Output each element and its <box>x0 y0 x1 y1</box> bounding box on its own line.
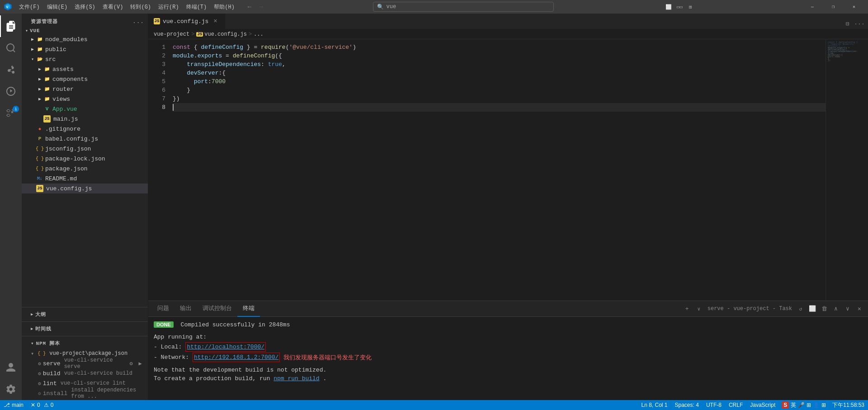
sidebar-header[interactable]: 资源管理器 ... <box>22 14 148 27</box>
tab-debug-console[interactable]: 调试控制台 <box>197 301 237 317</box>
menu-help[interactable]: 帮助(H) <box>210 1 238 13</box>
npm-serve[interactable]: ⚙ serve vue-cli-service serve ⚙ ▶ <box>22 358 148 368</box>
tree-item-main-js[interactable]: JS main.js <box>22 114 148 124</box>
account-icon[interactable] <box>0 357 22 378</box>
sidebar-more-action[interactable]: ... <box>134 17 142 25</box>
local-url[interactable]: http://localhost:7000/ <box>185 342 266 352</box>
code-editor[interactable]: const { defineConfig } = require ( '@vue… <box>171 39 826 301</box>
line-ending-status[interactable]: CRLF <box>725 400 746 410</box>
arrow-icon: ▶ <box>29 36 36 43</box>
arrow-spacer <box>36 105 43 113</box>
token: ( <box>286 43 289 52</box>
item-label: views <box>52 96 148 103</box>
menu-select[interactable]: 选择(S) <box>71 1 99 13</box>
tab-output[interactable]: 输出 <box>175 301 197 317</box>
settings-icon[interactable] <box>0 378 22 400</box>
main-layout: 资源管理器 ... ▾ VUE ▶ 📁 node_modules ▶ 📁 pub… <box>0 14 868 400</box>
tree-item-babel[interactable]: P babel.config.js <box>22 134 148 144</box>
tree-item-views[interactable]: ▶ 📁 views <box>22 94 148 104</box>
tree-item-router[interactable]: ▶ 📁 router <box>22 84 148 94</box>
terminal-kill-icon[interactable]: 🗑 <box>819 304 829 314</box>
language-status[interactable]: JavaScript <box>746 400 779 410</box>
search-input[interactable] <box>387 4 550 10</box>
ln-col-status[interactable]: Ln 8, Col 1 <box>637 400 671 410</box>
run-icon[interactable]: ▶ <box>136 359 144 368</box>
editor-split: 1 2 3 4 5 6 7 8 const { defineConfig <box>148 39 868 301</box>
js-icon: P <box>36 135 43 142</box>
token: } <box>187 86 190 94</box>
terminal-chevron-up[interactable]: ∧ <box>831 304 841 314</box>
tree-item-jsconfig[interactable]: { } jsconfig.json <box>22 144 148 154</box>
network-url[interactable]: http://192.168.1.2:7000/ <box>193 353 280 362</box>
tab-vue-config[interactable]: JS vue.config.js × <box>148 14 225 29</box>
forward-button[interactable]: → <box>256 2 266 12</box>
layout-button-2[interactable]: ▭▭ <box>675 2 684 12</box>
menu-file[interactable]: 文件(F) <box>15 1 43 13</box>
tree-item-src[interactable]: ▾ 📂 src <box>22 54 148 64</box>
terminal-refresh-icon[interactable]: ↺ <box>796 304 806 314</box>
terminal-close-icon[interactable]: ✕ <box>854 304 864 314</box>
tree-item-gitignore[interactable]: ◆ .gitignore <box>22 124 148 134</box>
git-status-item[interactable]: ⎇ main <box>0 400 27 410</box>
extensions-icon[interactable] <box>0 102 22 124</box>
timeline-header[interactable]: ▶ 时间线 <box>22 324 148 334</box>
more-tabs-icon[interactable]: ··· <box>854 19 864 29</box>
search-bar[interactable]: 🔍 <box>373 2 554 12</box>
ime-status[interactable]: S 英 🎤 ⊞ 👤 ⊞ <box>779 400 829 410</box>
error-icon: ✕ <box>31 402 35 408</box>
split-terminal-icon[interactable]: ∨ <box>694 304 704 314</box>
explorer-icon[interactable] <box>0 15 22 37</box>
breadcrumb: vue-project > JS vue.config.js > ... <box>148 29 868 39</box>
tree-item-package-lock[interactable]: { } package-lock.json <box>22 154 148 164</box>
spaces-status[interactable]: Spaces: 4 <box>671 400 703 410</box>
npm-run-build-link[interactable]: npm run build <box>274 375 319 382</box>
tree-item-vue-config[interactable]: JS vue.config.js <box>22 184 148 193</box>
editor-scrollbar[interactable] <box>862 39 868 301</box>
gear-icon[interactable]: ⚙ <box>127 359 135 368</box>
tab-close-button[interactable]: × <box>211 17 219 25</box>
outline-header[interactable]: ▶ 大纲 <box>22 309 148 320</box>
tree-item-assets[interactable]: ▶ 📁 assets <box>22 64 148 74</box>
close-button[interactable]: ✕ <box>844 0 864 14</box>
layout-button-3[interactable]: ⊞ <box>685 2 695 12</box>
menu-run[interactable]: 运行(R) <box>155 1 183 13</box>
project-root[interactable]: ▾ VUE <box>22 27 148 34</box>
source-control-icon[interactable] <box>0 59 22 80</box>
tree-item-readme[interactable]: M↓ README.md <box>22 174 148 184</box>
line-ending-label: CRLF <box>729 402 743 408</box>
breadcrumb-dots[interactable]: ... <box>254 31 264 38</box>
tree-item-node-modules[interactable]: ▶ 📁 node_modules <box>22 34 148 44</box>
split-editor-icon[interactable]: ⊟ <box>843 19 853 29</box>
npm-install[interactable]: ⚙ install install dependencies from ... <box>22 388 148 398</box>
npm-build[interactable]: ⚙ build vue-cli-service build <box>22 368 148 378</box>
breadcrumb-project[interactable]: vue-project <box>154 31 189 38</box>
tab-problems[interactable]: 问题 <box>152 301 175 317</box>
back-button[interactable]: ← <box>245 2 255 12</box>
encoding-status[interactable]: UTF-8 <box>703 400 725 410</box>
arrow-spacer <box>29 135 36 142</box>
terminal-content[interactable]: DONE Compiled successfully in 2848ms App… <box>148 317 868 400</box>
tab-bar-actions: ⊟ ··· <box>839 19 868 29</box>
npm-package-arrow: ▾ <box>31 350 34 357</box>
terminal-layout-icon[interactable]: ⬜ <box>807 304 817 314</box>
menu-edit[interactable]: 编辑(E) <box>43 1 71 13</box>
add-terminal-icon[interactable]: + <box>682 304 692 314</box>
menu-view[interactable]: 查看(V) <box>99 1 127 13</box>
tab-terminal[interactable]: 终端 <box>237 301 260 317</box>
search-activity-icon[interactable] <box>0 37 22 59</box>
errors-count: 0 <box>37 402 40 408</box>
tree-item-components[interactable]: ▶ 📁 components <box>22 74 148 84</box>
tree-item-app-vue[interactable]: V App.vue <box>22 104 148 114</box>
npm-header[interactable]: ▾ NPM 脚本 <box>22 338 148 349</box>
menu-terminal[interactable]: 终端(T) <box>183 1 211 13</box>
menu-goto[interactable]: 转到(G) <box>127 1 155 13</box>
layout-button-1[interactable]: ⬜ <box>664 2 674 12</box>
tree-item-public[interactable]: ▶ 📁 public <box>22 44 148 54</box>
breadcrumb-js[interactable]: JS vue.config.js <box>196 31 246 38</box>
minimize-button[interactable]: — <box>802 0 823 14</box>
maximize-button[interactable]: ❐ <box>823 0 844 14</box>
tree-item-package[interactable]: { } package.json <box>22 164 148 174</box>
errors-status-item[interactable]: ✕ 0 ⚠ 0 <box>27 400 57 410</box>
run-debug-icon[interactable] <box>0 80 22 102</box>
terminal-chevron-down[interactable]: ∨ <box>843 304 853 314</box>
